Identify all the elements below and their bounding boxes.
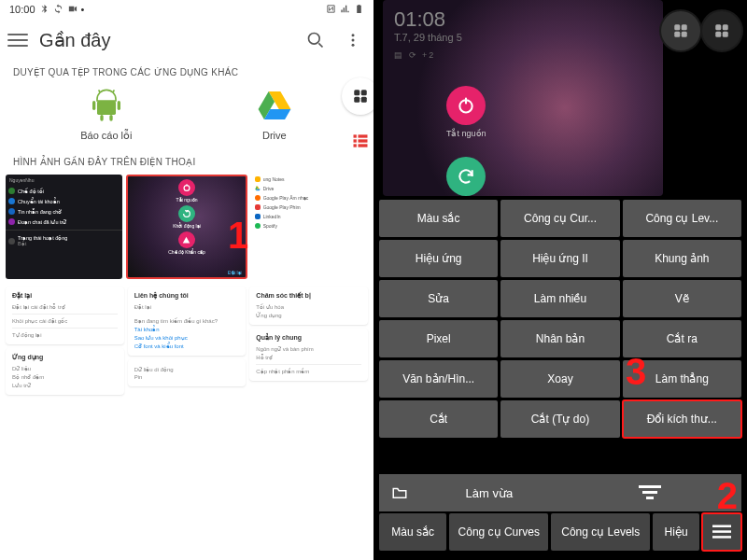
- sort-button[interactable]: [558, 474, 741, 511]
- svg-rect-29: [723, 32, 728, 37]
- android-icon: [88, 87, 125, 124]
- lock-date: T.7, 29 tháng 5: [394, 32, 462, 43]
- svg-rect-12: [361, 90, 367, 95]
- bottom-menu-button[interactable]: [702, 513, 741, 551]
- svg-rect-8: [117, 101, 120, 110]
- app-drive[interactable]: Drive: [256, 87, 293, 142]
- svg-point-2: [352, 39, 355, 42]
- svg-rect-20: [359, 144, 368, 147]
- tool-resize[interactable]: Đổi kích thư...: [623, 400, 741, 438]
- svg-rect-10: [109, 115, 112, 121]
- thumbnail-item[interactable]: NguyenNhu Chế độ tối Chuyển tài khoản Ti…: [6, 175, 122, 279]
- svg-rect-14: [361, 97, 367, 103]
- tool-freecrop[interactable]: Cắt (Tự do): [500, 400, 619, 438]
- tool-effects2[interactable]: Hiệu ứng II: [500, 240, 619, 277]
- card[interactable]: Liên hệ chúng tôi Đặt lại Bạn đang tìm k…: [128, 287, 247, 356]
- annotation-2: 2: [717, 475, 738, 517]
- card[interactable]: Dữ liệu di động Pin: [128, 359, 247, 386]
- card[interactable]: Quản lý chung Ngôn ngữ và bàn phím Hỗ tr…: [249, 329, 368, 381]
- menu-icon[interactable]: [7, 30, 28, 50]
- tool-clone[interactable]: Nhân bản: [500, 320, 619, 357]
- svg-rect-32: [642, 491, 657, 494]
- search-icon[interactable]: [303, 27, 329, 53]
- secondary-toolbar: Làm vừa: [379, 474, 741, 511]
- bottom-toolbar: Màu sắc Công cụ Curves Công cụ Levels Hi…: [379, 513, 741, 551]
- thumbnail-row: NguyenNhu Chế độ tối Chuyển tài khoản Ti…: [0, 171, 374, 283]
- app-label: Báo cáo lỗi: [80, 130, 132, 142]
- left-screenshot: 10:00 • Gần đây DUYỆT QUA TỆP TRONG C: [0, 0, 374, 560]
- bottom-levels[interactable]: Công cụ Levels: [551, 513, 650, 551]
- svg-rect-19: [354, 144, 357, 147]
- tool-frame[interactable]: Khung ảnh: [623, 240, 741, 277]
- bottom-overflow[interactable]: Hiệu: [653, 513, 699, 551]
- svg-rect-35: [712, 530, 731, 533]
- app-row: Báo cáo lỗi Drive: [0, 81, 374, 151]
- fit-button[interactable]: Làm vừa: [423, 474, 556, 511]
- app-bar: Gần đây: [0, 19, 374, 62]
- svg-rect-24: [674, 32, 680, 37]
- tool-crop[interactable]: Cắt: [379, 400, 498, 438]
- list-view-fab[interactable]: [342, 122, 374, 160]
- svg-point-5: [109, 95, 112, 98]
- svg-rect-22: [674, 24, 680, 30]
- svg-point-3: [352, 44, 355, 47]
- card[interactable]: Ứng dụng Dữ liệu Bộ nhớ đệm Lưu trữ: [6, 348, 124, 395]
- page-title: Gần đây: [39, 29, 291, 51]
- svg-rect-27: [723, 24, 728, 30]
- section-browse-label: DUYỆT QUA TỆP TRONG CÁC ỨNG DỤNG KHÁC: [0, 62, 374, 81]
- restart-icon: [446, 157, 486, 196]
- tool-pixel[interactable]: Pixel: [379, 320, 498, 357]
- svg-rect-16: [359, 134, 368, 137]
- grid-fab[interactable]: [661, 11, 700, 50]
- svg-rect-31: [639, 485, 661, 488]
- tool-edit[interactable]: Sửa: [379, 280, 498, 317]
- svg-rect-34: [712, 525, 731, 528]
- more-icon[interactable]: [340, 27, 366, 53]
- tool-curves[interactable]: Công cụ Cur...: [500, 200, 619, 237]
- app-bug-report[interactable]: Báo cáo lỗi: [80, 87, 132, 142]
- right-screenshot: 01:08 T.7, 29 tháng 5 ▤ ⟳ +2 Tắt nguồn M…: [374, 0, 747, 560]
- grid-fab-2[interactable]: [702, 11, 741, 50]
- card[interactable]: Chăm sóc thiết bị Tối ưu hóa Ứng dụng: [249, 287, 368, 325]
- folder-button[interactable]: [379, 474, 420, 511]
- tool-grid: Màu sắc Công cụ Cur... Công cụ Lev... Hi…: [379, 200, 741, 438]
- svg-rect-17: [354, 139, 357, 142]
- tool-effects[interactable]: Hiệu ứng: [379, 240, 498, 277]
- svg-rect-33: [646, 497, 654, 499]
- tool-levels[interactable]: Công cụ Lev...: [623, 200, 741, 237]
- svg-rect-11: [354, 90, 359, 95]
- svg-point-21: [184, 186, 190, 191]
- card[interactable]: Đặt lại Đặt lại cài đặt hỗ trợ Khôi phục…: [6, 287, 124, 344]
- power-widget[interactable]: Tắt nguồn: [446, 86, 486, 138]
- restart-widget[interactable]: [446, 157, 486, 196]
- signal-icon: [340, 4, 350, 16]
- svg-rect-6: [97, 101, 116, 115]
- svg-point-1: [352, 34, 355, 36]
- bottom-color[interactable]: Màu sắc: [379, 513, 446, 551]
- tool-draw[interactable]: Vẽ: [623, 280, 741, 317]
- section-recent-label: HÌNH ẢNH GẦN ĐÂY TRÊN ĐIỆN THOẠI: [0, 151, 374, 171]
- dot-icon: •: [81, 4, 85, 15]
- status-bar: 10:00 •: [0, 0, 374, 19]
- cards-row: Đặt lại Đặt lại cài đặt hỗ trợ Khôi phục…: [0, 283, 374, 395]
- svg-rect-25: [682, 32, 687, 37]
- tool-text[interactable]: Văn bản/Hìn...: [379, 360, 498, 398]
- svg-rect-26: [715, 24, 721, 30]
- thumbnail-item[interactable]: ung Notes Drive Google Play Âm nhạc Goog…: [251, 175, 368, 279]
- video-icon: [67, 4, 78, 16]
- battery-icon: [354, 4, 364, 16]
- grid-view-fab[interactable]: [342, 77, 374, 115]
- tool-multi[interactable]: Làm nhiều: [500, 280, 619, 317]
- bottom-curves[interactable]: Công cụ Curves: [449, 513, 548, 551]
- svg-rect-36: [712, 536, 731, 539]
- power-icon: [446, 86, 486, 125]
- annotation-3: 3: [626, 351, 646, 393]
- status-time: 10:00: [9, 4, 35, 15]
- svg-rect-28: [715, 32, 721, 37]
- lock-status-icons: ▤ ⟳ +2: [394, 50, 435, 60]
- tool-rotate[interactable]: Xoay: [500, 360, 619, 398]
- svg-rect-7: [92, 101, 95, 110]
- bluetooth-icon: [39, 4, 49, 16]
- svg-rect-23: [682, 24, 687, 30]
- tool-color[interactable]: Màu sắc: [379, 200, 498, 237]
